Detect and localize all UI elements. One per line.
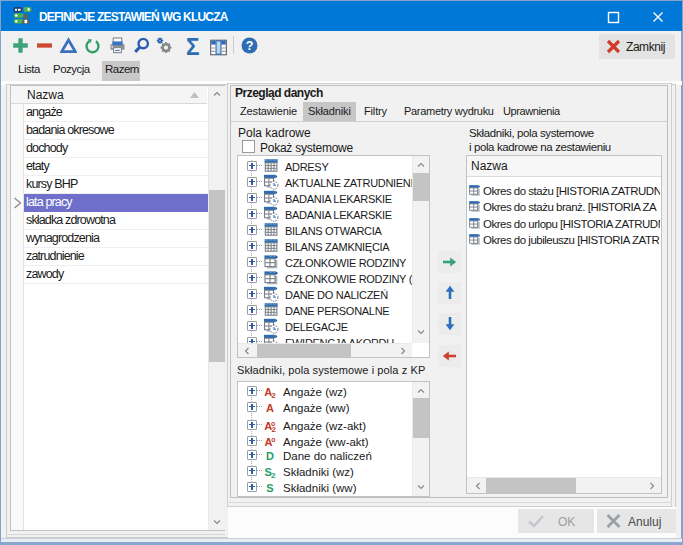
- svg-text:?: ?: [246, 39, 254, 53]
